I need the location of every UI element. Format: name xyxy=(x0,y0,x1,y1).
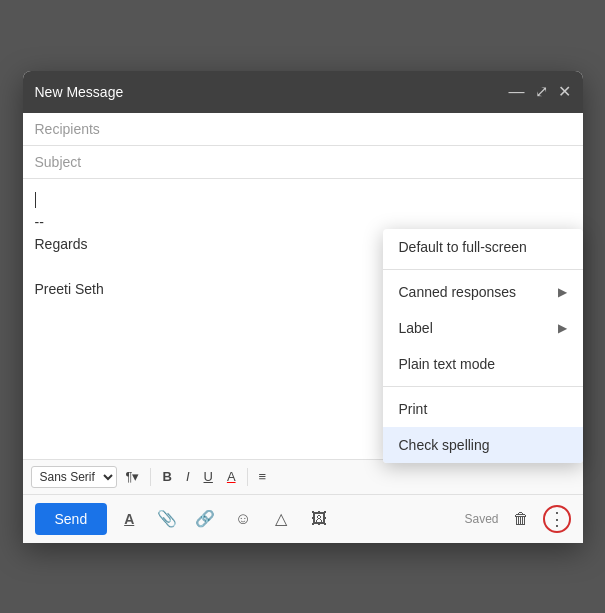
italic-button[interactable]: I xyxy=(181,466,195,487)
subject-row xyxy=(23,146,583,179)
font-color-button[interactable]: A xyxy=(222,466,241,487)
menu-item-plain-text[interactable]: Plain text mode xyxy=(383,346,583,382)
font-size-icon: ¶▾ xyxy=(126,469,140,484)
title-bar-actions: — ⤢ ✕ xyxy=(509,84,571,100)
recipients-input[interactable] xyxy=(35,121,571,137)
attach-file-button[interactable]: 📎 xyxy=(153,505,181,533)
body-line2: Regards xyxy=(35,236,88,252)
bottom-actions: A 📎 🔗 ☺ △ 🖼 xyxy=(115,505,456,533)
subject-input[interactable] xyxy=(35,154,571,170)
divider-1 xyxy=(150,468,151,486)
format-text-button[interactable]: A xyxy=(115,505,143,533)
photo-icon: 🖼 xyxy=(311,510,327,528)
saved-status: Saved xyxy=(464,512,498,526)
body-line4: Preeti Seth xyxy=(35,281,104,297)
divider-2 xyxy=(247,468,248,486)
menu-item-label[interactable]: Label ▶ xyxy=(383,310,583,346)
format-text-icon: A xyxy=(124,511,134,527)
delete-icon: 🗑 xyxy=(513,510,529,528)
menu-separator-1 xyxy=(383,269,583,270)
menu-separator-2 xyxy=(383,386,583,387)
more-icon: ⋮ xyxy=(548,508,566,530)
link-icon: 🔗 xyxy=(195,509,215,528)
font-family-select[interactable]: Sans Serif xyxy=(31,466,117,488)
underline-button[interactable]: U xyxy=(199,466,218,487)
drive-icon: △ xyxy=(275,509,287,528)
delete-button[interactable]: 🗑 xyxy=(507,505,535,533)
title-bar: New Message — ⤢ ✕ xyxy=(23,71,583,113)
label-arrow: ▶ xyxy=(558,321,567,335)
cursor xyxy=(35,192,36,208)
menu-item-check-spelling[interactable]: Check spelling xyxy=(383,427,583,463)
attach-icon: 📎 xyxy=(157,509,177,528)
insert-link-button[interactable]: 🔗 xyxy=(191,505,219,533)
send-button[interactable]: Send xyxy=(35,503,108,535)
bottom-bar: Send A 📎 🔗 ☺ △ 🖼 Saved 🗑 xyxy=(23,494,583,543)
recipients-row xyxy=(23,113,583,146)
more-options-button[interactable]: ⋮ xyxy=(543,505,571,533)
menu-item-print[interactable]: Print xyxy=(383,391,583,427)
canned-responses-arrow: ▶ xyxy=(558,285,567,299)
menu-item-canned-responses[interactable]: Canned responses ▶ xyxy=(383,274,583,310)
menu-item-fullscreen[interactable]: Default to full-screen xyxy=(383,229,583,265)
formatting-toolbar: Sans Serif ¶▾ B I U A ≡ xyxy=(23,459,583,494)
align-button[interactable]: ≡ xyxy=(254,466,272,487)
bold-button[interactable]: B xyxy=(157,466,176,487)
close-icon[interactable]: ✕ xyxy=(558,84,571,100)
dropdown-menu: Default to full-screen Canned responses … xyxy=(383,229,583,463)
minimize-icon[interactable]: — xyxy=(509,84,525,100)
font-color-label: A xyxy=(227,469,236,484)
font-size-button[interactable]: ¶▾ xyxy=(121,466,145,487)
compose-window: New Message — ⤢ ✕ -- Regards Preeti Seth… xyxy=(23,71,583,543)
expand-icon[interactable]: ⤢ xyxy=(535,84,548,100)
window-title: New Message xyxy=(35,84,124,100)
emoji-icon: ☺ xyxy=(235,510,251,528)
insert-drive-button[interactable]: △ xyxy=(267,505,295,533)
body-line1: -- xyxy=(35,214,44,230)
insert-emoji-button[interactable]: ☺ xyxy=(229,505,257,533)
insert-photo-button[interactable]: 🖼 xyxy=(305,505,333,533)
